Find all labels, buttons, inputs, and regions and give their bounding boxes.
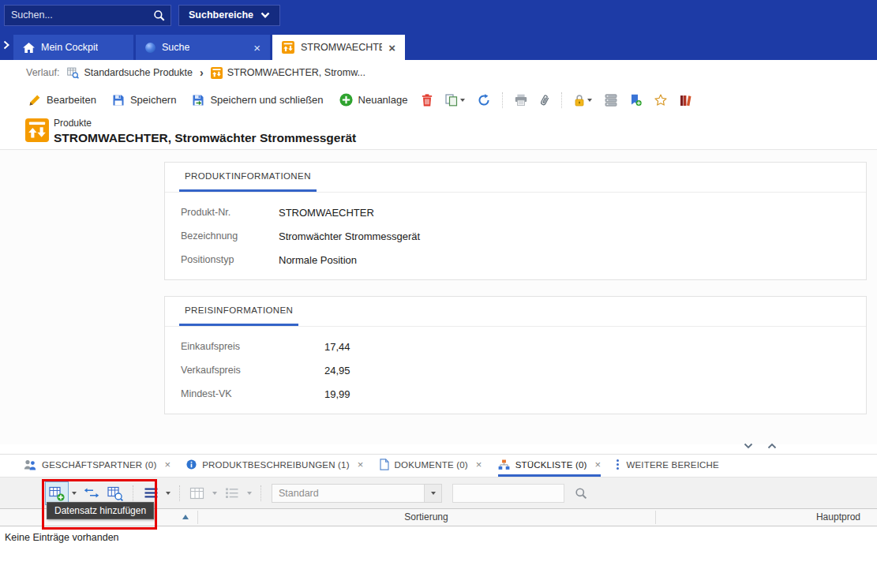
- collapse-panel-icon[interactable]: [740, 440, 756, 451]
- print-button[interactable]: [508, 89, 534, 111]
- swap-arrows-icon: [84, 488, 99, 498]
- quick-search-input[interactable]: [452, 484, 564, 503]
- caret-down-icon: [587, 99, 592, 102]
- main-toolbar: Bearbeiten Speichern Speichern und schli…: [0, 85, 877, 114]
- trash-icon: [422, 94, 433, 107]
- bookmark-plus-icon: [630, 94, 642, 107]
- column-header-sortierung[interactable]: Sortierung: [404, 511, 448, 522]
- search-icon[interactable]: [153, 9, 165, 21]
- breadcrumb-separator: ›: [200, 66, 204, 79]
- tab-label: PRODUKTBESCHREIBUNGEN (1): [202, 460, 349, 470]
- pencil-icon: [28, 94, 41, 107]
- search-assign-button[interactable]: [103, 481, 127, 505]
- tab-produktbeschreibungen[interactable]: PRODUKTBESCHREIBUNGEN (1) ×: [186, 455, 363, 477]
- view-grid-dropdown-caret[interactable]: [212, 492, 217, 495]
- view-list-button[interactable]: [220, 481, 244, 505]
- breadcrumb-item-standardsuche[interactable]: Standardsuche Produkte: [67, 67, 193, 79]
- toolbar-separator: [561, 92, 562, 108]
- field-label: Positionstyp: [181, 254, 279, 265]
- refresh-icon: [478, 94, 490, 107]
- list-menu-button[interactable]: [139, 481, 163, 505]
- tab-stromwaechter[interactable]: STROMWAECHTER, ... ×: [272, 35, 405, 60]
- favorite-button[interactable]: [648, 89, 673, 111]
- filter-dropdown-button[interactable]: [424, 485, 441, 502]
- list-view-icon: [225, 488, 239, 499]
- close-icon[interactable]: ×: [476, 459, 482, 470]
- breadcrumb: Verlauf: Standardsuche Produkte › STROMW…: [0, 60, 877, 85]
- add-record-dropdown-caret[interactable]: [72, 492, 77, 495]
- printer-icon: [515, 94, 527, 106]
- list-search-icon[interactable]: [575, 487, 587, 500]
- close-icon[interactable]: ×: [595, 459, 602, 470]
- tab-weitere-bereiche[interactable]: WEITERE BEREICHE: [617, 455, 719, 477]
- close-icon[interactable]: ×: [358, 459, 364, 470]
- tab-label: GESCHÄFTSPARTNER (0): [42, 460, 156, 470]
- tab-suche[interactable]: Suche ×: [136, 35, 270, 60]
- add-record-button[interactable]: [45, 481, 69, 505]
- save-close-icon: [192, 94, 204, 107]
- dossier-button[interactable]: [673, 89, 699, 111]
- new-record-button[interactable]: Neuanlage: [332, 89, 416, 111]
- field-row: Verkaufspreis 24,95: [181, 358, 866, 382]
- card-tab-preisinformationen[interactable]: PREISINFORMATIONEN: [179, 297, 298, 326]
- card-tab-produktinformationen[interactable]: PRODUKTINFORMATIONEN: [179, 163, 317, 192]
- view-grid-button[interactable]: [186, 481, 209, 505]
- field-value: 19,99: [324, 388, 350, 400]
- assign-record-button[interactable]: [80, 481, 103, 505]
- bookmark-add-button[interactable]: [624, 89, 648, 111]
- field-row: Produkt-Nr. STROMWAECHTER: [181, 200, 866, 224]
- expand-panel-icon[interactable]: [764, 440, 780, 451]
- server-stack-icon: [605, 94, 617, 107]
- search-areas-button[interactable]: Suchbereiche: [178, 5, 280, 26]
- tab-stueckliste[interactable]: STÜCKLISTE (0) ×: [498, 455, 602, 477]
- field-value: STROMWAECHTER: [279, 207, 374, 219]
- tab-mein-cockpit[interactable]: Mein Cockpit: [13, 35, 133, 60]
- tab-label: Mein Cockpit: [41, 42, 98, 53]
- button-label: Speichern: [130, 94, 177, 106]
- chevron-down-icon: [260, 12, 270, 18]
- edit-button[interactable]: Bearbeiten: [21, 89, 104, 111]
- tab-geschaeftspartner[interactable]: GESCHÄFTSPARTNER (0) ×: [24, 455, 171, 477]
- save-close-button[interactable]: Speichern und schließen: [184, 89, 331, 111]
- search-table-icon: [67, 67, 79, 79]
- field-value: Stromwächter Strommessgerät: [279, 230, 420, 242]
- view-list-dropdown-caret[interactable]: [247, 492, 252, 495]
- breadcrumb-label: Standardsuche Produkte: [84, 67, 193, 78]
- breadcrumb-item-stromwaechter[interactable]: STROMWAECHTER, Stromw...: [211, 67, 365, 79]
- record-type-label: Produkte: [54, 118, 356, 129]
- filter-input[interactable]: [272, 488, 424, 499]
- caret-down-icon: [460, 99, 465, 102]
- delete-button[interactable]: [415, 89, 439, 111]
- field-label: Verkaufspreis: [181, 365, 324, 376]
- tab-label: STÜCKLISTE (0): [515, 460, 587, 470]
- global-search-input[interactable]: [5, 6, 153, 25]
- copy-button[interactable]: [439, 89, 471, 111]
- tab-overflow-chevron-icon[interactable]: [3, 40, 9, 50]
- tab-dokumente[interactable]: DOKUMENTE (0) ×: [380, 455, 482, 477]
- field-label: Mindest-VK: [181, 388, 324, 399]
- lock-button[interactable]: [568, 89, 598, 111]
- top-bar: Suchbereiche: [0, 0, 877, 30]
- close-icon[interactable]: ×: [253, 42, 260, 54]
- app-window: Suchbereiche Mein Cockpit Suche × STROMW…: [0, 0, 877, 588]
- close-icon[interactable]: ×: [164, 459, 171, 470]
- bom-tree-icon: [498, 459, 510, 470]
- toolbar-separator: [260, 485, 261, 501]
- close-icon[interactable]: ×: [388, 42, 395, 54]
- save-button[interactable]: Speichern: [104, 89, 185, 111]
- sort-ascending-icon[interactable]: [182, 515, 189, 519]
- caret-down-icon: [431, 492, 436, 495]
- field-label: Bezeichnung: [181, 230, 279, 242]
- archive-button[interactable]: [598, 89, 624, 111]
- button-label: Bearbeiten: [47, 94, 96, 106]
- bottom-panel: GESCHÄFTSPARTNER (0) × PRODUKTBESCHREIBU…: [0, 454, 877, 588]
- field-value: 17,44: [324, 341, 350, 353]
- refresh-button[interactable]: [471, 89, 497, 111]
- attachment-button[interactable]: [534, 89, 556, 111]
- info-circle-icon: [186, 459, 197, 470]
- global-search-box[interactable]: [4, 5, 171, 26]
- column-header-hauptprodukt[interactable]: Hauptprod: [816, 511, 860, 522]
- list-menu-dropdown-caret[interactable]: [166, 492, 171, 495]
- filter-combobox[interactable]: [272, 484, 442, 503]
- breadcrumb-prefix: Verlauf:: [26, 67, 59, 78]
